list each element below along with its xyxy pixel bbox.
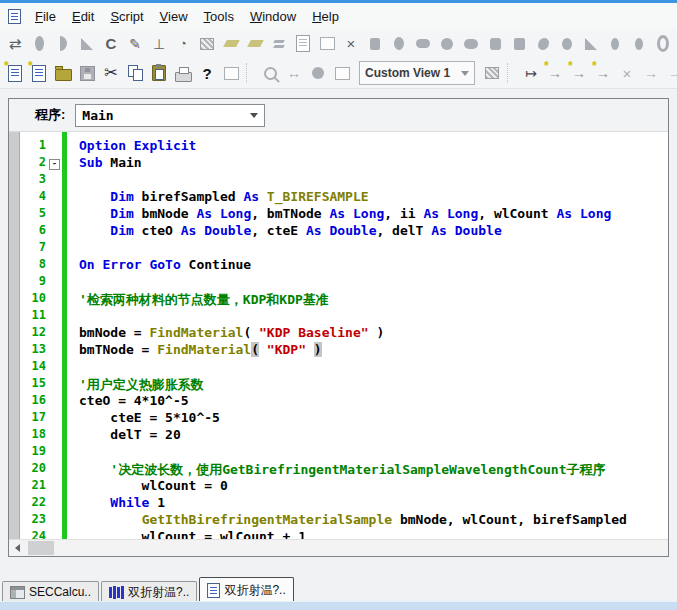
code-line-1[interactable]: Option Explicit [79,138,668,155]
code-line-20[interactable]: '决定波长数，使用GetBirefringentMaterialSampleWa… [79,461,668,478]
plot-window-icon[interactable] [316,33,338,55]
document-menu-icon[interactable] [8,9,21,24]
lens-block-icon[interactable] [364,33,386,55]
fold-collapse-box[interactable]: - [49,159,60,170]
coating-plate-icon[interactable] [244,33,266,55]
spec-sheet-icon[interactable] [292,33,314,55]
menu-tools[interactable]: Tools [196,5,242,28]
help-icon[interactable]: ? [196,62,218,84]
delete-view-icon [481,62,503,84]
lens-capsule-2-icon[interactable] [460,33,482,55]
view-selector[interactable]: Custom View 1 [359,61,475,85]
code-line-17[interactable]: cteE = 5*10^-5 [79,410,668,427]
cut-icon[interactable]: ✂ [100,62,122,84]
filter-plate-icon[interactable] [220,33,242,55]
horizontal-scrollbar[interactable] [9,539,668,556]
menu-window[interactable]: Window [242,5,304,28]
run-to-cursor-icon[interactable]: →* [592,62,614,84]
code-token: While [110,495,149,510]
lens-oval-icon [394,37,404,50]
aperture-ring-icon[interactable] [652,33,674,55]
code-line-21[interactable]: wlCount = 0 [79,478,668,495]
code-token [79,223,110,238]
step-into-icon[interactable]: ↦ [520,62,542,84]
new-run-doc-icon[interactable]: * [4,62,26,84]
new-run-doc-icon [8,65,22,82]
lens-drop-icon[interactable] [556,33,578,55]
code-line-2[interactable]: Sub Main [79,155,668,172]
document-tab-3[interactable]: 双折射温?.. [199,577,293,602]
lens-biconvex-icon[interactable] [28,33,50,55]
arc-lens-icon[interactable]: C [100,33,122,55]
code-line-12[interactable]: bmNode = FindMaterial( "KDP Baseline" ) [79,325,668,342]
code-line-6[interactable]: Dim cteO As Double, cteE As Double, delT… [79,223,668,240]
scrollbar-thumb[interactable] [28,541,54,555]
code-line-11[interactable] [79,308,668,325]
code-line-8[interactable]: On Error GoTo Continue [79,257,668,274]
code-line-4[interactable]: Dim birefSampled As T_BIREFSAMPLE [79,189,668,206]
optical-bench-icon[interactable]: ⊥ [148,33,170,55]
menu-edit[interactable]: Edit [64,5,102,28]
code-line-10[interactable]: '检索两种材料的节点数量，KDP和KDP基准 [79,291,668,308]
lens-cube-icon[interactable] [484,33,506,55]
code-line-14[interactable] [79,359,668,376]
new-doc-icon[interactable]: * [28,62,50,84]
lens-half-icon[interactable] [52,33,74,55]
lens-oval-icon[interactable] [388,33,410,55]
ray-cross-icon[interactable]: × [340,33,362,55]
parallel-plates-icon[interactable] [268,33,290,55]
lens-slab-icon[interactable] [508,33,530,55]
scroll-left-button[interactable] [9,540,26,556]
line-number: 1 [20,138,46,155]
paste-icon[interactable] [148,62,170,84]
change-bar [62,132,67,540]
code-line-22[interactable]: While 1 [79,495,668,512]
prism-icon [81,38,93,50]
copy-icon[interactable] [124,62,146,84]
pause-view-icon [312,67,324,79]
pen-tool-icon[interactable]: ✎ [124,33,146,55]
code-line-7[interactable] [79,240,668,257]
code-editor[interactable]: 12-3456789101112131415161718192021222324… [9,132,668,540]
code-line-16[interactable]: cteO = 4*10^-5 [79,393,668,410]
menu-help[interactable]: Help [304,5,347,28]
program-select[interactable]: Main [75,104,265,127]
code-line-15[interactable]: '用户定义热膨胀系数 [79,376,668,393]
open-file-icon[interactable] [52,62,74,84]
menu-script[interactable]: Script [102,5,151,28]
code-token [79,512,142,527]
code-line-19[interactable] [79,444,668,461]
code-line-23[interactable]: GetIthBirefringentMaterialSample bmNode,… [79,512,668,529]
step-out-icon[interactable]: →* [568,62,590,84]
document-tab-2[interactable]: 双折射温?.. [101,581,197,602]
go-next-icon: → [644,66,658,80]
code-token: Sub [79,155,102,170]
save-icon [76,62,98,84]
code-line-5[interactable]: Dim bmNode As Long, bmTNode As Long, ii … [79,206,668,223]
menu-file[interactable]: File [27,5,64,28]
menu-view[interactable]: View [152,5,196,28]
line-number: 9 [20,274,46,291]
line-number: 15 [20,376,46,393]
lens-capsule-icon[interactable] [412,33,434,55]
lens-slab-icon [514,38,525,50]
lens-thin-2-icon[interactable] [628,33,650,55]
prism-2-icon[interactable] [580,33,602,55]
code-line-9[interactable] [79,274,668,291]
lens-circle-icon[interactable] [436,33,458,55]
gauge-icon[interactable]: ◔ [172,33,194,55]
code-line-3[interactable] [79,172,668,189]
code-line-18[interactable]: delT = 20 [79,427,668,444]
prism-icon[interactable] [76,33,98,55]
code-line-13[interactable]: bmTNode = FindMaterial( "KDP" ) [79,342,668,359]
step-over-icon[interactable]: →* [544,62,566,84]
lens-tilted-icon[interactable] [532,33,554,55]
grating-icon[interactable] [196,33,218,55]
ray-arrows-icon[interactable]: ⇄ [4,33,26,55]
delete-view-icon [485,67,499,79]
line-number: 12 [20,325,46,342]
print-icon[interactable] [172,62,194,84]
sparkle-icon: * [4,59,9,73]
lens-thin-icon[interactable] [604,33,626,55]
document-tab-1[interactable]: SECCalcu.. [2,581,99,602]
